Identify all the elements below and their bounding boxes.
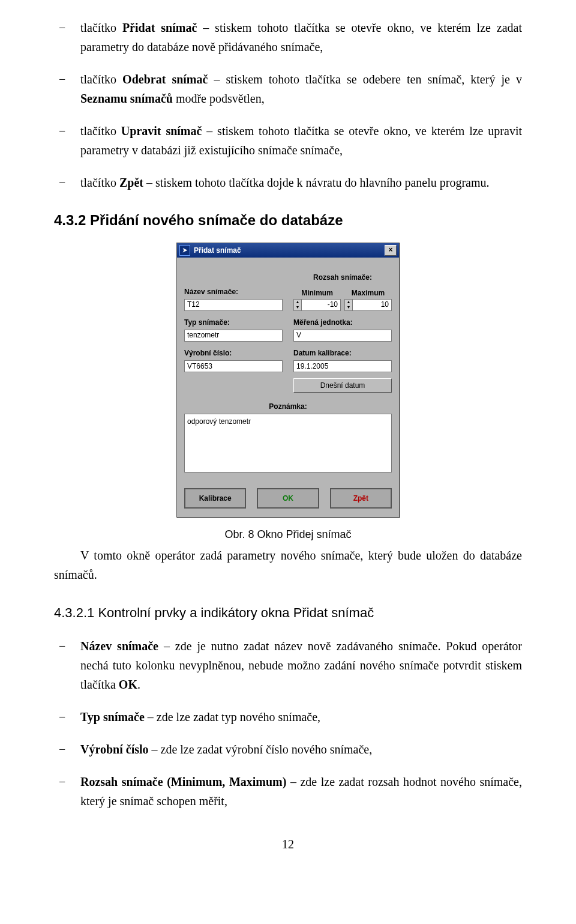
value: odporový tenzometr (187, 417, 251, 426)
label-nazev: Název snímače: (184, 286, 283, 298)
button-ok[interactable]: OK (257, 488, 319, 509)
subsection-heading: 4.3.2.1 Kontrolní prvky a indikátory okn… (54, 602, 522, 623)
bold: Název snímače (80, 639, 158, 653)
list-item: tlačítko Odebrat snímač – stiskem tohoto… (54, 70, 522, 108)
input-vyrobni[interactable]: VT6653 (184, 360, 283, 372)
value: 10 (381, 299, 389, 310)
text: . (137, 678, 140, 691)
list-item: Výrobní číslo – zde lze zadat výrobní čí… (54, 740, 522, 759)
spinner-min[interactable]: ▲▼ -10 (293, 299, 341, 311)
text: tlačítko (80, 73, 122, 86)
label-jednotka: Měřená jednotka: (293, 317, 392, 328)
bold: Odebrat snímač (122, 73, 208, 86)
label: Dnešní datum (320, 380, 365, 391)
button-zpet[interactable]: Zpět (330, 488, 392, 509)
label-min: Minimum (293, 288, 341, 299)
titlebar[interactable]: ➤ Přidat snímač × (177, 243, 399, 258)
dialog-pridat-snimac: ➤ Přidat snímač × Rozsah snímače: Název … (176, 243, 400, 518)
spinner-arrows[interactable]: ▲▼ (293, 299, 301, 311)
input-typ[interactable]: tenzometr (184, 330, 283, 342)
bold: Výrobní číslo (80, 743, 149, 756)
page: tlačítko Přidat snímač – stiskem tohoto … (0, 0, 576, 890)
input-datum[interactable]: 19.1.2005 (293, 360, 392, 372)
label-typ: Typ snímače: (184, 317, 283, 328)
value: VT6653 (187, 361, 212, 372)
text: – stiskem tohoto tlačítka se odebere ten… (208, 73, 522, 86)
value: tenzometr (187, 330, 219, 341)
bold: Přidat snímač (122, 21, 197, 34)
chevron-down-icon[interactable]: ▼ (345, 305, 352, 310)
text: tlačítko (80, 21, 122, 34)
chevron-down-icon[interactable]: ▼ (294, 305, 301, 310)
bold: Zpět (119, 176, 143, 189)
text: tlačítko (80, 124, 121, 137)
bold: Upravit snímač (121, 124, 202, 137)
dialog-body: Rozsah snímače: Název snímače: T12 Minim… (177, 258, 399, 517)
label: OK (283, 493, 293, 504)
list-item: Název snímače – zde je nutno zadat název… (54, 636, 522, 694)
label: Kalibrace (199, 493, 232, 504)
chevron-up-icon[interactable]: ▲ (345, 300, 352, 305)
list-item: Rozsah snímače (Minimum, Maximum) – zde … (54, 772, 522, 811)
page-number: 12 (54, 835, 522, 854)
bold: Typ snímače (80, 710, 145, 723)
input-nazev[interactable]: T12 (184, 299, 283, 311)
list-item: Typ snímače – zde lze zadat typ nového s… (54, 707, 522, 726)
textarea-poznamka[interactable]: odporový tenzometr (184, 414, 392, 473)
label-max: Maximum (344, 288, 392, 299)
list-item: tlačítko Upravit snímač – stiskem tohoto… (54, 121, 522, 160)
text: – zde lze zadat výrobní číslo nového sní… (149, 743, 373, 756)
dialog-footer: Kalibrace OK Zpět (184, 488, 392, 509)
value: 19.1.2005 (296, 361, 328, 372)
chevron-up-icon[interactable]: ▲ (294, 300, 301, 305)
bold: OK (119, 678, 137, 691)
spinner-arrows[interactable]: ▲▼ (344, 299, 352, 311)
button-kalibrace[interactable]: Kalibrace (184, 488, 246, 509)
button-dnesni-datum[interactable]: Dnešní datum (293, 378, 392, 393)
close-icon[interactable]: × (385, 245, 397, 256)
label: Zpět (353, 493, 368, 504)
text: tlačítko (80, 176, 119, 189)
input-jednotka[interactable]: V (293, 330, 392, 342)
bold: Rozsah snímače (Minimum, Maximum) (80, 775, 286, 788)
dialog-wrap: ➤ Přidat snímač × Rozsah snímače: Název … (54, 243, 522, 518)
section-heading: 4.3.2 Přidání nového snímače do databáze (54, 209, 522, 232)
value: T12 (187, 299, 200, 310)
text: – stiskem tohoto tlačítka dojde k návrat… (143, 176, 490, 189)
bullets-bottom: Název snímače – zde je nutno zadat název… (54, 636, 522, 811)
bold: Seznamu snímačů (80, 92, 173, 105)
label-poznamka: Poznámka: (184, 401, 392, 412)
dialog-title: Přidat snímač (194, 245, 241, 256)
bullets-top: tlačítko Přidat snímač – stiskem tohoto … (54, 18, 522, 192)
app-icon: ➤ (179, 245, 190, 256)
list-item: tlačítko Zpět – stiskem tohoto tlačítka … (54, 173, 522, 192)
spinner-max[interactable]: ▲▼ 10 (344, 299, 392, 311)
label-rozsah: Rozsah snímače: (293, 272, 392, 283)
value: V (296, 330, 301, 341)
figure-caption: Obr. 8 Okno Přidej snímač (54, 526, 522, 543)
value: -10 (328, 299, 338, 310)
text: modře podsvětlen, (173, 92, 265, 105)
list-item: tlačítko Přidat snímač – stiskem tohoto … (54, 18, 522, 56)
paragraph: V tomto okně operátor zadá parametry nov… (54, 546, 522, 584)
label-vyrobni: Výrobní číslo: (184, 348, 283, 359)
text: – zde lze zadat typ nového snímače, (145, 710, 320, 723)
label-datum: Datum kalibrace: (293, 348, 392, 359)
